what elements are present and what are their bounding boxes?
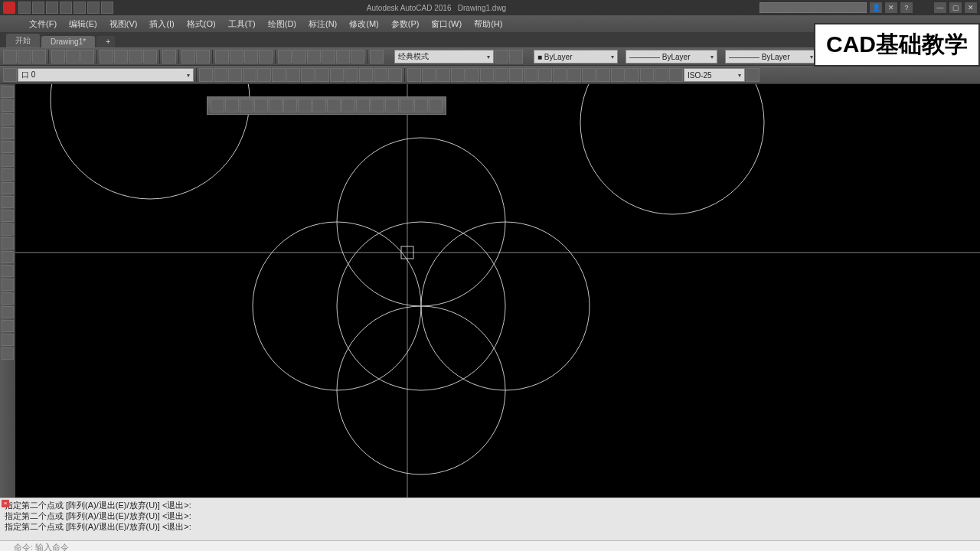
qat-save-icon[interactable] bbox=[46, 2, 58, 14]
break-icon[interactable] bbox=[371, 99, 384, 112]
command-input[interactable]: 命令: 输入命令 bbox=[0, 540, 980, 551]
circle-icon[interactable] bbox=[2, 168, 14, 181]
trim-icon[interactable] bbox=[341, 99, 355, 112]
lineweight-dropdown[interactable]: ———— ByLayer bbox=[725, 50, 817, 64]
ellipsearc-icon[interactable] bbox=[2, 223, 14, 236]
menu-window[interactable]: 窗口(W) bbox=[425, 16, 468, 32]
dim-dia-icon[interactable] bbox=[495, 68, 508, 82]
layerprev-icon[interactable] bbox=[199, 68, 213, 82]
help-search-input[interactable] bbox=[760, 2, 867, 13]
layerlck-icon[interactable] bbox=[286, 68, 300, 82]
props-icon[interactable] bbox=[278, 50, 292, 64]
ssm-icon[interactable] bbox=[322, 50, 335, 64]
erase-icon[interactable] bbox=[211, 99, 224, 112]
layerfrz-icon[interactable] bbox=[257, 68, 271, 82]
zoomwin-icon[interactable] bbox=[244, 50, 258, 64]
line-icon[interactable] bbox=[2, 86, 14, 98]
qat-saveas-icon[interactable] bbox=[60, 2, 72, 14]
signin-icon[interactable]: 👤 bbox=[870, 2, 882, 13]
dim-lin-icon[interactable] bbox=[407, 68, 421, 82]
spline-icon[interactable] bbox=[2, 196, 14, 208]
layerchg-icon[interactable] bbox=[330, 68, 344, 82]
exchange-icon[interactable]: ✕ bbox=[885, 2, 897, 13]
dim-txt-icon[interactable] bbox=[655, 68, 668, 82]
cut-icon[interactable] bbox=[100, 50, 113, 64]
menu-tools[interactable]: 工具(T) bbox=[222, 16, 262, 32]
qat-undo-icon[interactable] bbox=[87, 2, 100, 14]
layerwlk-icon[interactable] bbox=[359, 68, 373, 82]
dimstyle-icon[interactable] bbox=[746, 68, 760, 82]
paste-icon[interactable] bbox=[129, 50, 142, 64]
close-button[interactable]: ✕ bbox=[965, 2, 977, 13]
layerulk-icon[interactable] bbox=[301, 68, 315, 82]
tab-start[interactable]: 开始 bbox=[6, 34, 40, 47]
menu-modify[interactable]: 修改(M) bbox=[343, 16, 385, 32]
copy-icon[interactable] bbox=[114, 50, 128, 64]
zoom-icon[interactable] bbox=[230, 50, 243, 64]
block-icon[interactable] bbox=[162, 50, 176, 64]
rotate-icon[interactable] bbox=[298, 99, 312, 112]
stretch-icon[interactable] bbox=[327, 99, 341, 112]
linetype-dropdown[interactable]: ———— ByLayer bbox=[626, 50, 717, 64]
layerdel-icon[interactable] bbox=[388, 68, 402, 82]
dim-arc-icon[interactable] bbox=[436, 68, 450, 82]
menu-help[interactable]: 帮助(H) bbox=[468, 16, 508, 32]
menu-edit[interactable]: 编辑(E) bbox=[63, 16, 103, 32]
dim-upd-icon[interactable] bbox=[669, 68, 683, 82]
layeron-icon[interactable] bbox=[243, 68, 256, 82]
chamfer-icon[interactable] bbox=[400, 99, 413, 112]
qat-redo-icon[interactable] bbox=[101, 2, 113, 14]
qat-plot-icon[interactable] bbox=[74, 2, 86, 14]
tp-icon[interactable] bbox=[307, 50, 321, 64]
join-icon[interactable] bbox=[385, 99, 399, 112]
ellipse-icon[interactable] bbox=[2, 210, 14, 222]
dim-brk-icon[interactable] bbox=[582, 68, 596, 82]
fillet-icon[interactable] bbox=[414, 99, 428, 112]
arc-icon[interactable] bbox=[2, 155, 14, 167]
dim-ctr-icon[interactable] bbox=[611, 68, 625, 82]
publish-icon[interactable] bbox=[80, 50, 94, 64]
qcalc-icon[interactable] bbox=[351, 50, 364, 64]
match-icon[interactable] bbox=[143, 50, 157, 64]
menu-format[interactable]: 格式(O) bbox=[181, 16, 222, 32]
dim-rad-icon[interactable] bbox=[466, 68, 479, 82]
menu-view[interactable]: 视图(V) bbox=[103, 16, 144, 32]
scale-icon[interactable] bbox=[312, 99, 326, 112]
new-icon[interactable] bbox=[3, 50, 17, 64]
layeriso-icon[interactable] bbox=[214, 68, 227, 82]
menu-param[interactable]: 参数(P) bbox=[385, 16, 426, 32]
pline-icon[interactable] bbox=[2, 113, 14, 126]
workspace-dropdown[interactable]: 经典模式 bbox=[394, 50, 494, 64]
redo2-icon[interactable] bbox=[196, 50, 210, 64]
app-logo-icon[interactable] bbox=[3, 2, 15, 14]
addsel-icon[interactable] bbox=[2, 347, 14, 360]
array-icon[interactable] bbox=[269, 99, 283, 112]
xline-icon[interactable] bbox=[2, 99, 14, 112]
layermch-icon[interactable] bbox=[315, 68, 329, 82]
layer-dropdown[interactable]: 口 0 bbox=[18, 68, 194, 82]
maximize-button[interactable]: ▢ bbox=[949, 2, 962, 13]
tab-new-button[interactable]: + bbox=[96, 36, 115, 47]
offset-icon[interactable] bbox=[254, 99, 268, 112]
revcloud-icon[interactable] bbox=[2, 182, 14, 194]
explode-icon[interactable] bbox=[429, 99, 443, 112]
layerthw-icon[interactable] bbox=[272, 68, 286, 82]
dim-tol-icon[interactable] bbox=[596, 68, 610, 82]
save-icon[interactable] bbox=[32, 50, 46, 64]
layercpy-icon[interactable] bbox=[345, 68, 358, 82]
menu-dimension[interactable]: 标注(N) bbox=[302, 16, 343, 32]
dim-spc-icon[interactable] bbox=[567, 68, 581, 82]
dim-ali-icon[interactable] bbox=[422, 68, 436, 82]
ws-lock-icon[interactable] bbox=[509, 50, 523, 64]
gradient-icon[interactable] bbox=[2, 292, 14, 305]
dim-obl-icon[interactable] bbox=[640, 68, 654, 82]
undo2-icon[interactable] bbox=[181, 50, 195, 64]
copy2-icon[interactable] bbox=[225, 99, 239, 112]
dim-jog-icon[interactable] bbox=[480, 68, 494, 82]
dim-ang-icon[interactable] bbox=[509, 68, 523, 82]
minimize-button[interactable]: — bbox=[934, 2, 946, 13]
preview-icon[interactable] bbox=[66, 50, 80, 64]
help-icon[interactable]: ? bbox=[900, 2, 913, 13]
layer-props-icon[interactable] bbox=[3, 68, 17, 82]
dim-ins-icon[interactable] bbox=[626, 68, 639, 82]
